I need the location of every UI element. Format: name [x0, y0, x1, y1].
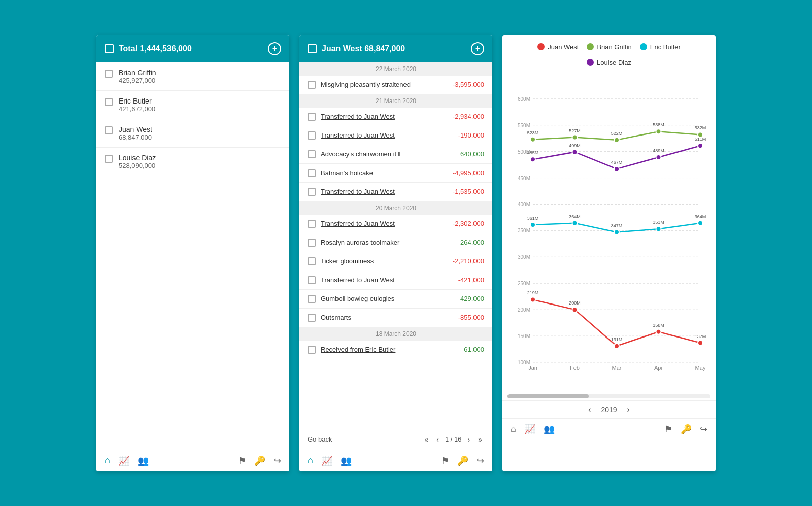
account-item[interactable]: Eric Butler 421,672,000 — [96, 91, 289, 119]
flag-icon-mid[interactable]: ⚑ — [441, 455, 449, 466]
chart-area: 600M550M500M450M400M350M300M250M200M150M… — [502, 71, 716, 392]
logout-icon-mid[interactable]: ↪ — [477, 455, 484, 466]
next-year-btn[interactable]: › — [627, 405, 630, 414]
chart-icon-mid[interactable]: 📈 — [321, 455, 332, 466]
transaction-item[interactable]: Advocacy's chairwomen it'll 640,000 — [299, 145, 492, 164]
scroll-track[interactable] — [507, 394, 710, 398]
trans-checkbox[interactable] — [308, 295, 316, 303]
trans-checkbox[interactable] — [308, 239, 316, 247]
trans-desc[interactable]: Transferred to Juan West — [321, 276, 433, 284]
users-icon[interactable]: 👥 — [138, 455, 149, 466]
prev-page-btn[interactable]: ‹ — [434, 434, 441, 445]
trans-amount: -4,995,000 — [438, 169, 484, 177]
transaction-item[interactable]: Transferred to Juan West -2,934,000 — [299, 108, 492, 126]
chart-icon-right[interactable]: 📈 — [524, 424, 535, 435]
right-panel: Juan West Brian Griffin Eric Butler Loui… — [502, 35, 716, 471]
svg-text:361M: 361M — [527, 215, 539, 220]
transaction-item[interactable]: Outsmarts -855,000 — [299, 309, 492, 327]
transaction-item[interactable]: Transferred to Juan West -2,302,000 — [299, 215, 492, 233]
trans-checkbox[interactable] — [308, 169, 316, 177]
users-icon-right[interactable]: 👥 — [544, 424, 555, 435]
trans-desc[interactable]: Transferred to Juan West — [321, 131, 433, 139]
key-icon[interactable]: 🔑 — [254, 455, 265, 466]
svg-text:350M: 350M — [518, 228, 530, 233]
home-icon-right[interactable]: ⌂ — [511, 424, 516, 434]
home-icon-mid[interactable]: ⌂ — [308, 455, 313, 466]
transaction-item[interactable]: Rosalyn auroras toolmaker 264,000 — [299, 233, 492, 252]
transaction-item[interactable]: Transferred to Juan West -190,000 — [299, 126, 492, 145]
svg-text:Mar: Mar — [612, 365, 622, 371]
chart-icon[interactable]: 📈 — [118, 455, 129, 466]
transaction-item[interactable]: Ticker gloominess -2,210,000 — [299, 252, 492, 271]
logout-icon[interactable]: ↪ — [274, 455, 281, 466]
flag-icon-right[interactable]: ⚑ — [664, 424, 672, 435]
date-separator: 22 March 2020 — [299, 62, 492, 76]
flag-icon[interactable]: ⚑ — [238, 455, 246, 466]
legend-item: Louise Diaz — [587, 59, 631, 66]
transaction-item[interactable]: Transferred to Juan West -1,535,000 — [299, 183, 492, 201]
key-icon-right[interactable]: 🔑 — [681, 424, 692, 435]
transaction-item[interactable]: Misgiving pleasantly straitened -3,595,0… — [299, 76, 492, 94]
trans-desc: Gumboil bowleg eulogies — [321, 295, 433, 302]
transaction-item[interactable]: Batman's hotcake -4,995,000 — [299, 164, 492, 183]
transaction-item[interactable]: Transferred to Juan West -421,000 — [299, 271, 492, 290]
trans-desc[interactable]: Transferred to Juan West — [321, 113, 433, 120]
svg-text:137M: 137M — [695, 333, 706, 339]
key-icon-mid[interactable]: 🔑 — [457, 455, 468, 466]
legend-label: Louise Diaz — [597, 59, 631, 66]
account-checkbox[interactable] — [105, 155, 113, 163]
trans-amount: 61,000 — [438, 346, 484, 353]
trans-amount: 640,000 — [438, 150, 484, 158]
account-item[interactable]: Juan West 68,847,000 — [96, 119, 289, 148]
trans-amount: -855,000 — [438, 314, 484, 321]
left-panel: Total 1,444,536,000 + Brian Griffin 425,… — [96, 35, 289, 471]
go-back-link[interactable]: Go back — [308, 435, 332, 443]
svg-text:353M: 353M — [653, 220, 664, 225]
account-item[interactable]: Brian Griffin 425,927,000 — [96, 62, 289, 91]
svg-point-47 — [530, 222, 535, 227]
home-icon[interactable]: ⌂ — [105, 455, 110, 466]
scroll-thumb[interactable] — [507, 394, 589, 398]
account-checkbox[interactable] — [105, 98, 113, 106]
first-page-btn[interactable]: « — [423, 434, 431, 445]
middle-header-checkbox[interactable] — [308, 44, 317, 53]
users-icon-mid[interactable]: 👥 — [341, 455, 352, 466]
account-checkbox[interactable] — [105, 70, 113, 78]
middle-bottom-bar: ⌂ 📈 👥 ⚑ 🔑 ↪ — [299, 450, 492, 471]
account-item[interactable]: Louise Diaz 528,090,000 — [96, 148, 289, 176]
trans-checkbox[interactable] — [308, 150, 316, 158]
panels-container: Total 1,444,536,000 + Brian Griffin 425,… — [96, 35, 716, 471]
svg-text:527M: 527M — [569, 128, 581, 133]
chart-legend: Juan West Brian Griffin Eric Butler Loui… — [502, 35, 716, 71]
trans-checkbox[interactable] — [308, 346, 316, 354]
middle-add-button[interactable]: + — [471, 42, 484, 55]
trans-desc[interactable]: Transferred to Juan West — [321, 220, 433, 227]
transaction-item[interactable]: Gumboil bowleg eulogies 429,000 — [299, 290, 492, 309]
trans-checkbox[interactable] — [308, 188, 316, 196]
trans-amount: -2,302,000 — [438, 220, 484, 227]
trans-amount: 264,000 — [438, 239, 484, 246]
trans-checkbox[interactable] — [308, 257, 316, 265]
last-page-btn[interactable]: » — [476, 434, 484, 445]
trans-checkbox[interactable] — [308, 276, 316, 284]
transaction-item[interactable]: Received from Eric Butler 61,000 — [299, 341, 492, 359]
next-page-btn[interactable]: › — [466, 434, 472, 445]
svg-text:219M: 219M — [527, 290, 539, 295]
trans-checkbox[interactable] — [308, 81, 316, 89]
left-add-button[interactable]: + — [268, 42, 281, 55]
trans-desc[interactable]: Transferred to Juan West — [321, 188, 433, 195]
svg-text:550M: 550M — [518, 122, 530, 128]
middle-panel-body[interactable]: 22 March 2020 Misgiving pleasantly strai… — [299, 62, 492, 429]
trans-desc[interactable]: Received from Eric Butler — [321, 346, 433, 353]
logout-icon-right[interactable]: ↪ — [700, 424, 707, 435]
trans-checkbox[interactable] — [308, 220, 316, 228]
legend-label: Eric Butler — [650, 43, 681, 51]
prev-year-btn[interactable]: ‹ — [588, 405, 591, 414]
account-checkbox[interactable] — [105, 126, 113, 134]
trans-checkbox[interactable] — [308, 131, 316, 140]
chart-scroll[interactable] — [502, 392, 716, 400]
left-header-checkbox[interactable] — [105, 44, 114, 53]
trans-desc: Batman's hotcake — [321, 169, 433, 177]
trans-checkbox[interactable] — [308, 314, 316, 322]
trans-checkbox[interactable] — [308, 113, 316, 121]
